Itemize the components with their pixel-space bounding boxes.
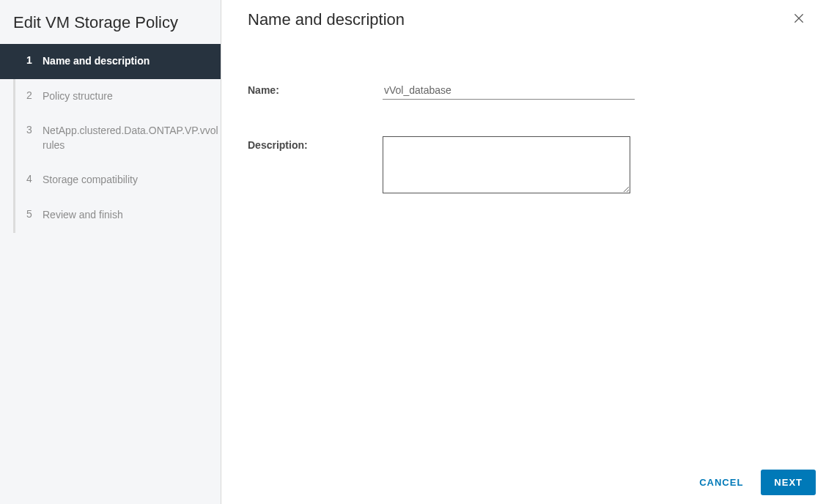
step-policy-structure[interactable]: 2 Policy structure <box>0 79 221 114</box>
description-textarea[interactable] <box>383 136 630 193</box>
step-review-and-finish[interactable]: 5 Review and finish <box>0 198 221 233</box>
cancel-button[interactable]: CANCEL <box>696 471 746 494</box>
step-number: 3 <box>26 124 40 136</box>
description-label: Description: <box>248 136 383 151</box>
close-button[interactable] <box>789 9 808 30</box>
wizard-steps: 1 Name and description 2 Policy structur… <box>0 44 221 233</box>
next-button[interactable]: NEXT <box>761 470 816 495</box>
form-row-description: Description: <box>248 136 800 193</box>
step-netapp-vvol-rules[interactable]: 3 NetApp.clustered.Data.ONTAP.VP.vvol ru… <box>0 114 221 163</box>
main-panel: Name and description Name: Description: … <box>221 0 826 504</box>
step-label: Name and description <box>43 54 150 69</box>
name-input[interactable] <box>383 81 635 100</box>
step-storage-compatibility[interactable]: 4 Storage compatibility <box>0 163 221 198</box>
step-name-and-description[interactable]: 1 Name and description <box>0 44 221 79</box>
step-number: 5 <box>26 208 40 220</box>
close-icon <box>792 12 805 25</box>
panel-title: Name and description <box>248 10 405 29</box>
step-number: 1 <box>26 54 40 66</box>
step-label: NetApp.clustered.Data.ONTAP.VP.vvol rule… <box>43 124 218 152</box>
step-number: 4 <box>26 173 40 185</box>
step-number: 2 <box>26 89 40 101</box>
step-label: Review and finish <box>43 208 123 223</box>
form-row-name: Name: <box>248 81 800 100</box>
main-header: Name and description <box>221 0 826 30</box>
step-label: Policy structure <box>43 89 113 104</box>
wizard-sidebar: Edit VM Storage Policy 1 Name and descri… <box>0 0 221 504</box>
wizard-title: Edit VM Storage Policy <box>0 13 221 44</box>
wizard-footer: CANCEL NEXT <box>221 461 826 504</box>
name-label: Name: <box>248 81 383 96</box>
form-area: Name: Description: <box>221 30 826 461</box>
step-label: Storage compatibility <box>43 173 138 188</box>
